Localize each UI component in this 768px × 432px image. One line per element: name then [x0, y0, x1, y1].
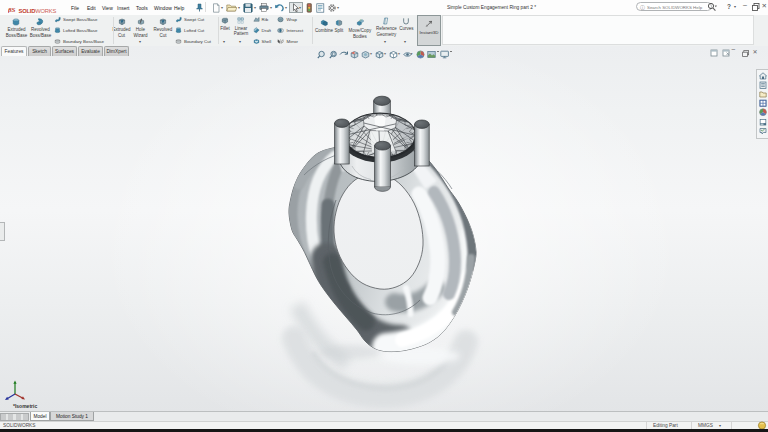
svg-text:βS: βS: [8, 6, 16, 14]
svg-text:SOLIDWORKS: SOLIDWORKS: [19, 7, 57, 13]
